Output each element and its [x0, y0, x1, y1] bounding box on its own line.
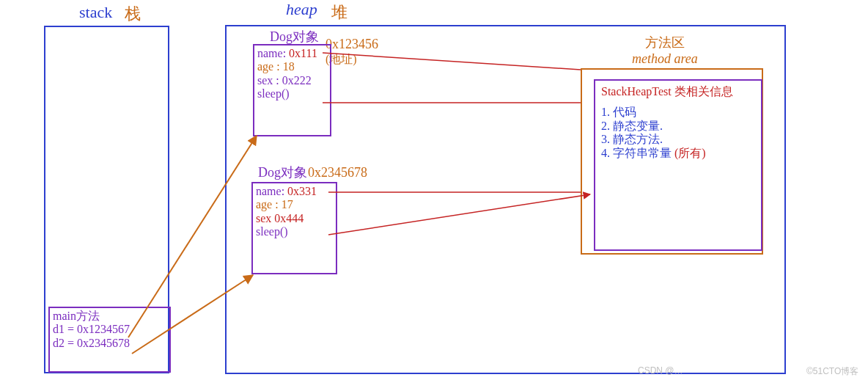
dog2-name-v: 0x331 — [287, 185, 317, 197]
dog1-name-v: 0x111 — [289, 47, 317, 59]
dog1-sex: sex : 0x222 — [257, 74, 327, 87]
dog1-name-k: name: — [257, 47, 286, 59]
dog1-box: name: 0x111 age : 18 sex : 0x222 sleep() — [253, 44, 331, 136]
dog2-addr: 0x2345678 — [308, 165, 367, 180]
method-area-title-en: method area — [632, 51, 698, 67]
class-info-2: 2. 静态变量. — [601, 120, 755, 133]
dog2-sleep: sleep() — [256, 225, 333, 238]
dog2-name-k: name: — [256, 185, 284, 197]
dog2-title: Dog对象 — [258, 165, 307, 180]
heap-title-zh: 堆 — [331, 1, 347, 23]
stack-title-en: stack — [79, 3, 112, 22]
heap-title-en: heap — [286, 0, 317, 19]
dog1-title: Dog对象 — [270, 29, 319, 45]
class-info-1: 1. 代码 — [601, 106, 755, 119]
class-info-box: StackHeapTest 类相关信息 1. 代码 2. 静态变量. 3. 静态… — [594, 79, 762, 251]
dog1-addr: 0x123456 — [326, 37, 378, 52]
main-d1: d1 = 0x1234567 — [53, 323, 166, 336]
class-info-4-note: (所有) — [674, 147, 706, 159]
stack-title-zh: 栈 — [125, 3, 141, 25]
main-d2: d2 = 0x2345678 — [53, 337, 166, 350]
class-info-4: 4. 字符串常量 — [601, 147, 674, 159]
class-info-3: 3. 静态方法. — [601, 133, 755, 146]
class-info-title: StackHeapTest 类相关信息 — [601, 85, 755, 98]
main-label: main方法 — [53, 310, 166, 323]
dog1-age: age : 18 — [257, 60, 327, 73]
dog2-sex: sex 0x444 — [256, 212, 333, 225]
stack-frame-main: main方法 d1 = 0x1234567 d2 = 0x2345678 — [48, 307, 171, 373]
dog1-sleep: sleep() — [257, 87, 327, 101]
watermark-csdn: CSDN @… — [638, 365, 683, 376]
dog2-box: name: 0x331 age : 17 sex 0x444 sleep() — [251, 182, 337, 274]
method-area-title-zh: 方法区 — [645, 35, 685, 51]
watermark-cto: ©51CTO博客 — [806, 365, 858, 378]
dog2-age: age : 17 — [256, 198, 333, 211]
